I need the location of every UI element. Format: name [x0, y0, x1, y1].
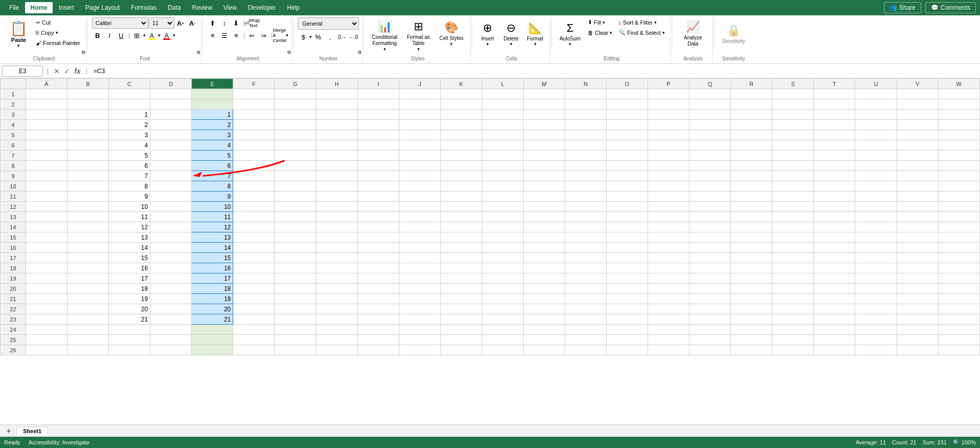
col-header-N[interactable]: N: [565, 79, 606, 89]
cell-B24[interactable]: [67, 325, 108, 335]
cell-U6[interactable]: [855, 140, 897, 151]
cell-B6[interactable]: [67, 140, 108, 151]
cell-Q17[interactable]: [689, 253, 731, 263]
row-header-9[interactable]: 9: [1, 171, 26, 181]
cell-O5[interactable]: [606, 130, 648, 140]
cell-H23[interactable]: [316, 314, 358, 325]
cell-P4[interactable]: [648, 120, 689, 130]
cell-O6[interactable]: [606, 140, 648, 151]
cell-W16[interactable]: [938, 243, 979, 253]
cell-I5[interactable]: [358, 130, 399, 140]
menu-item-data[interactable]: Data: [163, 2, 186, 13]
cell-I8[interactable]: [358, 161, 399, 171]
cell-K26[interactable]: [440, 345, 482, 355]
cell-C7[interactable]: 5: [109, 151, 150, 161]
cell-U10[interactable]: [855, 181, 897, 191]
cell-M7[interactable]: [523, 151, 565, 161]
cell-G3[interactable]: [275, 110, 316, 120]
cell-M22[interactable]: [523, 304, 565, 314]
cell-A2[interactable]: [26, 99, 67, 110]
cell-M24[interactable]: [523, 325, 565, 335]
cell-W3[interactable]: [938, 110, 979, 120]
cell-U7[interactable]: [855, 151, 897, 161]
cell-K24[interactable]: [440, 325, 482, 335]
cell-D4[interactable]: [150, 120, 192, 130]
cell-U14[interactable]: [855, 222, 897, 232]
cell-R4[interactable]: [731, 120, 772, 130]
cell-R2[interactable]: [731, 99, 772, 110]
cell-G25[interactable]: [275, 335, 316, 345]
cell-V11[interactable]: [897, 191, 938, 202]
cell-D7[interactable]: [150, 151, 192, 161]
col-header-K[interactable]: K: [440, 79, 482, 89]
col-header-W[interactable]: W: [938, 79, 979, 89]
cell-B12[interactable]: [67, 202, 108, 212]
cell-V20[interactable]: [897, 284, 938, 294]
cell-W11[interactable]: [938, 191, 979, 202]
cell-P11[interactable]: [648, 191, 689, 202]
cell-I26[interactable]: [358, 345, 399, 355]
cell-C1[interactable]: [109, 89, 150, 99]
cell-S24[interactable]: [772, 325, 814, 335]
cell-L22[interactable]: [482, 304, 523, 314]
cell-J16[interactable]: [399, 243, 440, 253]
cell-S11[interactable]: [772, 191, 814, 202]
cell-G13[interactable]: [275, 212, 316, 222]
cell-Q7[interactable]: [689, 151, 731, 161]
cell-U20[interactable]: [855, 284, 897, 294]
cell-styles-button[interactable]: 🎨 Cell Styles ▾: [436, 17, 467, 50]
cell-E20[interactable]: 18: [192, 284, 233, 294]
cell-I24[interactable]: [358, 325, 399, 335]
cell-E3[interactable]: 1: [192, 110, 233, 120]
cell-R1[interactable]: [731, 89, 772, 99]
cell-H24[interactable]: [316, 325, 358, 335]
cell-V1[interactable]: [897, 89, 938, 99]
cell-F7[interactable]: [233, 151, 275, 161]
italic-button[interactable]: I: [104, 30, 115, 41]
cell-V26[interactable]: [897, 345, 938, 355]
cell-P16[interactable]: [648, 243, 689, 253]
cell-H17[interactable]: [316, 253, 358, 263]
cell-Q16[interactable]: [689, 243, 731, 253]
cell-S25[interactable]: [772, 335, 814, 345]
cell-A22[interactable]: [26, 304, 67, 314]
cell-E1[interactable]: [192, 89, 233, 99]
cell-I7[interactable]: [358, 151, 399, 161]
cell-A1[interactable]: [26, 89, 67, 99]
menu-item-insert[interactable]: Insert: [54, 2, 79, 13]
cell-J19[interactable]: [399, 273, 440, 284]
cell-D23[interactable]: [150, 314, 192, 325]
cell-L8[interactable]: [482, 161, 523, 171]
cell-C20[interactable]: 18: [109, 284, 150, 294]
cell-D13[interactable]: [150, 212, 192, 222]
menu-item-home[interactable]: Home: [25, 2, 52, 13]
cell-S18[interactable]: [772, 263, 814, 273]
cell-O24[interactable]: [606, 325, 648, 335]
cell-T6[interactable]: [814, 140, 855, 151]
cell-V21[interactable]: [897, 294, 938, 304]
add-sheet-button[interactable]: ＋: [2, 425, 15, 437]
cell-A17[interactable]: [26, 253, 67, 263]
cell-N10[interactable]: [565, 181, 606, 191]
cell-H15[interactable]: [316, 232, 358, 243]
cell-M17[interactable]: [523, 253, 565, 263]
cell-N4[interactable]: [565, 120, 606, 130]
cell-J2[interactable]: [399, 99, 440, 110]
col-header-U[interactable]: U: [855, 79, 897, 89]
cell-A15[interactable]: [26, 232, 67, 243]
cell-F1[interactable]: [233, 89, 275, 99]
row-header-16[interactable]: 16: [1, 243, 26, 253]
cell-M26[interactable]: [523, 345, 565, 355]
cell-K4[interactable]: [440, 120, 482, 130]
cell-R25[interactable]: [731, 335, 772, 345]
cell-G2[interactable]: [275, 99, 316, 110]
cell-T15[interactable]: [814, 232, 855, 243]
cell-L23[interactable]: [482, 314, 523, 325]
cell-R5[interactable]: [731, 130, 772, 140]
cell-H26[interactable]: [316, 345, 358, 355]
cell-K15[interactable]: [440, 232, 482, 243]
cell-A10[interactable]: [26, 181, 67, 191]
cell-F11[interactable]: [233, 191, 275, 202]
cell-N21[interactable]: [565, 294, 606, 304]
cell-C26[interactable]: [109, 345, 150, 355]
